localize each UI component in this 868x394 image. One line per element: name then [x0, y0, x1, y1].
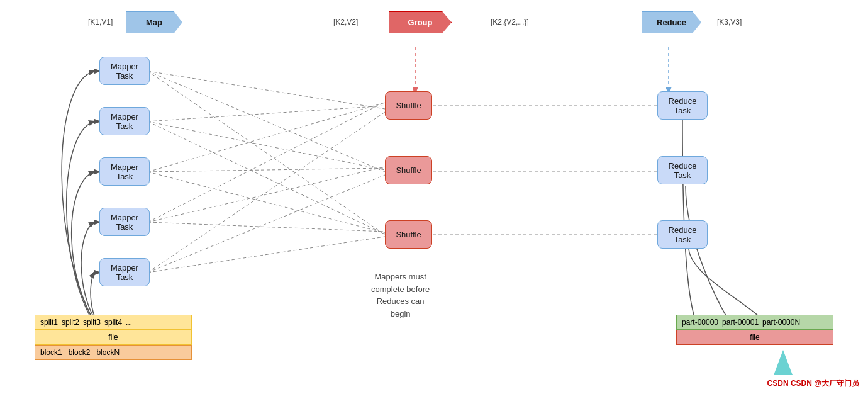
mapper-task-5: MapperTask	[99, 258, 150, 286]
reduce-task-2: ReduceTask	[657, 156, 708, 184]
svg-line-7	[148, 168, 385, 172]
shuffle-1: Shuffle	[385, 91, 432, 120]
output-file-label: file	[676, 330, 833, 345]
svg-line-0	[148, 71, 385, 109]
output-section: part-00000 part-00001 part-0000N file	[676, 315, 833, 345]
svg-line-2	[148, 71, 385, 235]
mapper-task-2: MapperTask	[99, 107, 150, 135]
svg-marker-28	[774, 350, 793, 375]
group-phase-arrow: Group	[389, 11, 452, 33]
svg-line-6	[148, 103, 385, 172]
file-section: split1 split2 split3 split4 ... file blo…	[35, 315, 192, 360]
parts-row: part-00000 part-00001 part-0000N	[676, 315, 833, 330]
shuffle-2: Shuffle	[385, 156, 432, 184]
svg-line-14	[148, 237, 385, 273]
watermark: CSDN CSDN @大厂守门员	[767, 378, 859, 389]
k2v2group-label: [K2,{V2,...}]	[491, 18, 529, 26]
reduce-phase-arrow: Reduce	[642, 11, 701, 33]
blocks-row: block1 block2 blockN	[35, 345, 192, 360]
diagram-container: [K1,V1] Map [K2,V2] Group [K2,{V2,...}] …	[0, 0, 868, 394]
map-phase-arrow: Map	[126, 11, 182, 33]
reduce-task-3: ReduceTask	[657, 220, 708, 249]
shuffle-3: Shuffle	[385, 220, 432, 249]
svg-line-10	[148, 167, 385, 222]
svg-line-5	[148, 121, 385, 234]
splits-row: split1 split2 split3 split4 ...	[35, 315, 192, 330]
mapper-task-1: MapperTask	[99, 57, 150, 85]
note-text: Mappers mustcomplete beforeReduces canbe…	[371, 271, 430, 320]
svg-line-3	[148, 106, 385, 121]
svg-line-9	[148, 102, 385, 222]
k2v2-label: [K2,V2]	[333, 18, 358, 26]
svg-line-4	[148, 121, 385, 170]
decorative-triangle	[774, 350, 793, 375]
reduce-task-1: ReduceTask	[657, 91, 708, 120]
svg-line-11	[148, 222, 385, 232]
svg-line-1	[148, 71, 385, 172]
k3v3-label: [K3,V3]	[717, 18, 742, 26]
svg-line-12	[148, 112, 385, 273]
file-label: file	[35, 330, 192, 345]
k1v1-label: [K1,V1]	[88, 18, 113, 26]
mapper-task-4: MapperTask	[99, 208, 150, 236]
mapper-task-3: MapperTask	[99, 157, 150, 186]
